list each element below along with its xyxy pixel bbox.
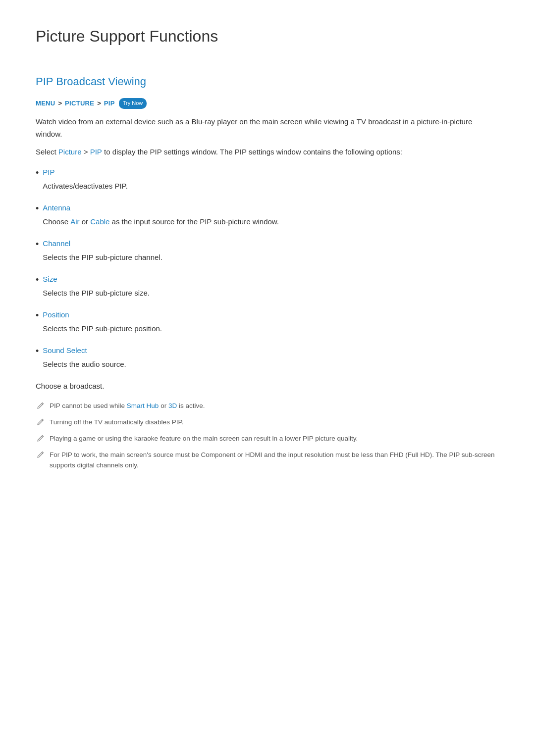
try-now-badge[interactable]: Try Now (119, 98, 147, 109)
breadcrumb-sep1: > (58, 99, 62, 109)
note-text-2: Turning off the TV automatically disable… (50, 417, 183, 428)
choose-broadcast-text: Choose a broadcast. (36, 380, 499, 392)
bullet-dot: • (36, 202, 39, 215)
bullet-content-size: Size Selects the PIP sub-picture size. (43, 273, 150, 299)
intro2-pip-link[interactable]: PIP (90, 148, 102, 156)
notes-list: PIP cannot be used while Smart Hub or 3D… (36, 401, 499, 471)
breadcrumb: MENU > Picture > PIP Try Now (36, 98, 499, 109)
list-item: • Sound Select Selects the audio source. (36, 345, 499, 370)
list-item: • Size Selects the PIP sub-picture size. (36, 273, 499, 299)
bullet-content-sound-select: Sound Select Selects the audio source. (43, 345, 126, 370)
intro2-picture-link[interactable]: Picture (58, 148, 82, 156)
list-item: • Antenna Choose Air or Cable as the inp… (36, 202, 499, 228)
note-item: For PIP to work, the main screen's sourc… (36, 450, 499, 471)
page-title: Picture Support Functions (36, 24, 499, 53)
bullet-dot: • (36, 238, 39, 251)
bullet-dot: • (36, 309, 39, 322)
bullet-desc-pip: Activates/deactivates PIP. (43, 180, 127, 192)
3d-link[interactable]: 3D (168, 402, 177, 409)
pencil-icon (36, 451, 45, 459)
bullet-content-pip: PIP Activates/deactivates PIP. (43, 166, 127, 192)
bullet-dot: • (36, 345, 39, 357)
pip-options-list: • PIP Activates/deactivates PIP. • Anten… (36, 166, 499, 370)
note-text-1: PIP cannot be used while Smart Hub or 3D… (50, 401, 205, 411)
bullet-desc-size: Selects the PIP sub-picture size. (43, 287, 150, 299)
bullet-desc-antenna: Choose Air or Cable as the input source … (43, 216, 279, 228)
bullet-label-antenna: Antenna (43, 202, 279, 214)
breadcrumb-menu[interactable]: MENU (36, 99, 55, 109)
section-title: PIP Broadcast Viewing (36, 73, 499, 90)
pencil-icon (36, 418, 45, 427)
bullet-dot: • (36, 167, 39, 179)
pencil-icon (36, 402, 45, 410)
breadcrumb-pip[interactable]: PIP (104, 99, 115, 109)
antenna-cable-link[interactable]: Cable (90, 217, 109, 226)
note-item: Turning off the TV automatically disable… (36, 417, 499, 428)
list-item: • Position Selects the PIP sub-picture p… (36, 309, 499, 335)
breadcrumb-picture[interactable]: Picture (65, 99, 94, 109)
intro2-after: to display the PIP settings window. The … (102, 148, 402, 156)
note-text-4: For PIP to work, the main screen's sourc… (50, 450, 499, 471)
note-item: PIP cannot be used while Smart Hub or 3D… (36, 401, 499, 411)
pencil-icon (36, 434, 45, 443)
antenna-air-link[interactable]: Air (70, 217, 79, 226)
bullet-label-channel: Channel (43, 238, 162, 250)
smart-hub-link[interactable]: Smart Hub (127, 402, 159, 409)
intro2-mid: > (82, 148, 90, 156)
bullet-content-antenna: Antenna Choose Air or Cable as the input… (43, 202, 279, 228)
bullet-desc-sound-select: Selects the audio source. (43, 358, 126, 370)
intro-paragraph-2: Select Picture > PIP to display the PIP … (36, 146, 499, 158)
bullet-desc-position: Selects the PIP sub-picture position. (43, 323, 162, 335)
bullet-label-size: Size (43, 273, 150, 285)
note-text-3: Playing a game or using the karaoke feat… (50, 434, 358, 444)
list-item: • Channel Selects the PIP sub-picture ch… (36, 238, 499, 263)
list-item: • PIP Activates/deactivates PIP. (36, 166, 499, 192)
bullet-content-position: Position Selects the PIP sub-picture pos… (43, 309, 162, 335)
note-item: Playing a game or using the karaoke feat… (36, 434, 499, 444)
breadcrumb-sep2: > (97, 99, 101, 109)
intro2-before: Select (36, 148, 58, 156)
bullet-desc-channel: Selects the PIP sub-picture channel. (43, 252, 162, 263)
intro-paragraph-1: Watch video from an external device such… (36, 116, 499, 141)
bullet-dot: • (36, 274, 39, 286)
bullet-content-channel: Channel Selects the PIP sub-picture chan… (43, 238, 162, 263)
bullet-label-position: Position (43, 309, 162, 321)
bullet-label-pip: PIP (43, 166, 127, 178)
bullet-label-sound-select: Sound Select (43, 345, 126, 356)
